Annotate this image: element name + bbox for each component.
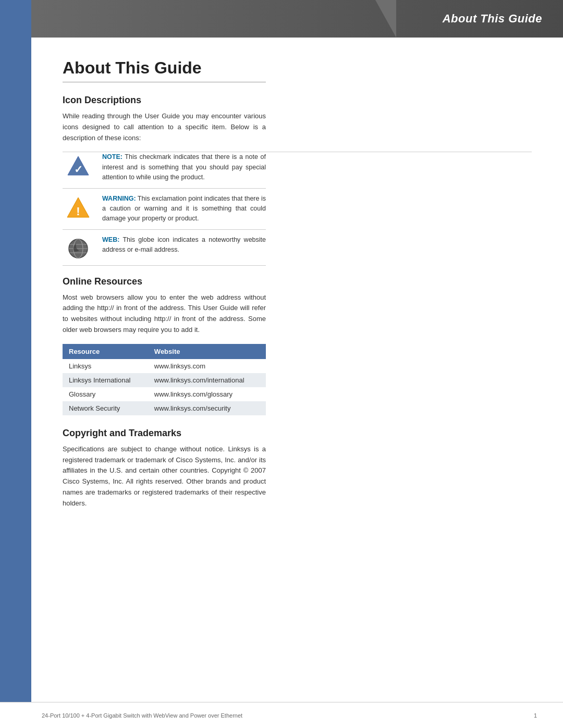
resource-name: Glossary — [63, 387, 148, 401]
web-icon-box — [63, 235, 94, 260]
footer-page-number: 1 — [534, 712, 537, 719]
left-stripe — [0, 38, 31, 702]
table-header-row: Resource Website — [63, 344, 266, 359]
section-heading-copyright: Copyright and Trademarks — [63, 428, 532, 439]
resource-url: www.linksys.com/glossary — [148, 387, 266, 401]
web-label: WEB: — [102, 236, 119, 243]
web-item: WEB: This globe icon indicates a notewor… — [63, 235, 266, 266]
table-row: Glossary www.linksys.com/glossary — [63, 387, 266, 401]
resource-name: Linksys — [63, 359, 148, 373]
resource-url: www.linksys.com/international — [148, 373, 266, 387]
col-website: Website — [148, 344, 266, 359]
table-header: Resource Website — [63, 344, 266, 359]
note-item: ✓ NOTE: This checkmark indicates that th… — [63, 152, 266, 188]
note-icon-box: ✓ — [63, 152, 94, 177]
icon-descriptions-intro: While reading through the User Guide you… — [63, 111, 266, 143]
header-title: About This Guide — [443, 12, 563, 26]
table-row: Network Security www.linksys.com/securit… — [63, 401, 266, 415]
footer-product-name: 24-Port 10/100 + 4-Port Gigabit Switch w… — [42, 712, 242, 719]
title-divider — [63, 82, 266, 82]
page-title: About This Guide — [63, 58, 532, 78]
table-body: Linksys www.linksys.com Linksys Internat… — [63, 359, 266, 415]
footer: 24-Port 10/100 + 4-Port Gigabit Switch w… — [0, 702, 563, 728]
web-icon — [67, 237, 90, 260]
resource-url: www.linksys.com — [148, 359, 266, 373]
note-label: NOTE: — [102, 153, 123, 161]
warning-icon: ! — [67, 196, 90, 219]
copyright-section: Copyright and Trademarks Specifications … — [63, 428, 532, 509]
svg-text:✓: ✓ — [74, 164, 83, 175]
main-content: About This Guide Icon Descriptions While… — [31, 38, 563, 702]
section-heading-icon-descriptions: Icon Descriptions — [63, 95, 532, 106]
resource-name: Network Security — [63, 401, 148, 415]
note-description: This checkmark indicates that there is a… — [102, 153, 266, 181]
online-resources-intro: Most web browsers allow you to enter the… — [63, 292, 266, 336]
online-resources-section: Online Resources Most web browsers allow… — [63, 276, 532, 415]
copyright-text: Specifications are subject to change wit… — [63, 444, 266, 509]
svg-text:!: ! — [76, 205, 80, 218]
resource-url: www.linksys.com/security — [148, 401, 266, 415]
header: About This Guide — [0, 0, 563, 38]
section-heading-online-resources: Online Resources — [63, 276, 532, 287]
header-decoration — [375, 0, 396, 38]
note-icon: ✓ — [67, 154, 90, 177]
col-resource: Resource — [63, 344, 148, 359]
table-row: Linksys International www.linksys.com/in… — [63, 373, 266, 387]
warning-icon-box: ! — [63, 194, 94, 219]
warning-item: ! WARNING: This exclamation point indica… — [63, 194, 266, 230]
warning-text: WARNING: This exclamation point indicate… — [102, 194, 266, 224]
resources-table: Resource Website Linksys www.linksys.com… — [63, 344, 266, 415]
resource-name: Linksys International — [63, 373, 148, 387]
web-description: This globe icon indicates a noteworthy w… — [102, 236, 266, 253]
warning-label: WARNING: — [102, 195, 136, 202]
icons-list: ✓ NOTE: This checkmark indicates that th… — [63, 152, 532, 265]
table-row: Linksys www.linksys.com — [63, 359, 266, 373]
web-text: WEB: This globe icon indicates a notewor… — [102, 235, 266, 255]
note-text: NOTE: This checkmark indicates that ther… — [102, 152, 266, 182]
